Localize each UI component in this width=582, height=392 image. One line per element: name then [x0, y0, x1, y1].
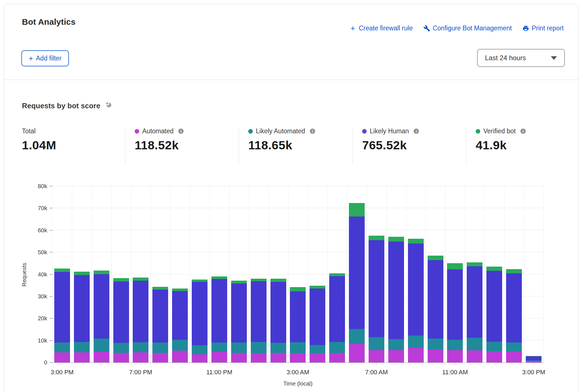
y-tick-label: 0 [25, 359, 47, 366]
bar-segment-verified-bot [349, 203, 365, 217]
configure-bot-management-link[interactable]: Configure Bot Management [423, 24, 512, 32]
bot-analytics-card: Bot Analytics Create firewall rule Confi… [4, 4, 579, 392]
y-tick-mark [50, 186, 52, 186]
bar-segment-likely-automated [152, 343, 168, 353]
bar-slot [190, 187, 209, 362]
info-icon[interactable]: i [414, 129, 419, 134]
stacked-bar [349, 203, 365, 362]
stacked-bar [369, 236, 384, 362]
bar-segment-automated [211, 352, 227, 362]
bar-slot [367, 187, 386, 362]
total-label: Total [22, 127, 36, 135]
bar-segment-likely-automated [369, 337, 384, 350]
bar-segment-automated [251, 353, 267, 362]
configure-bot-management-label: Configure Bot Management [433, 24, 512, 32]
y-tick-label: 70k [25, 205, 47, 211]
bar-segment-likely-human [447, 269, 463, 339]
bar-segment-verified-bot [506, 269, 522, 273]
bar-segment-likely-automated [388, 339, 404, 350]
bar-slot [209, 187, 229, 362]
y-tick-mark [50, 362, 52, 363]
likely-automated-value: 118.65k [248, 138, 315, 152]
bar-slot [327, 187, 347, 362]
stacked-bar [408, 239, 424, 362]
bar-slot [131, 187, 151, 362]
bar-segment-likely-human [369, 240, 384, 337]
bar-segment-likely-human [211, 279, 227, 343]
stat-divider [239, 128, 239, 165]
bar-segment-likely-automated [192, 345, 207, 354]
bar-segment-likely-human [231, 283, 247, 343]
likely-automated-label: Likely Automated [256, 127, 305, 135]
page-title: Bot Analytics [22, 17, 76, 27]
bar-segment-automated [467, 350, 482, 362]
info-icon[interactable]: i [520, 129, 526, 134]
stacked-bar [388, 237, 404, 362]
bar-segment-likely-human [349, 217, 365, 329]
stacked-bar [152, 287, 168, 362]
create-firewall-rule-link[interactable]: Create firewall rule [349, 24, 413, 32]
bar-segment-verified-bot [54, 269, 70, 272]
bar-segment-automated [526, 361, 542, 362]
bar-slot [229, 187, 249, 362]
y-tick-mark [50, 274, 52, 275]
bar-segment-verified-bot [369, 236, 384, 240]
bar-slot [504, 187, 524, 362]
bar-slot [386, 187, 406, 362]
bar-slot [288, 187, 308, 362]
x-tick-label: 7:00 AM [365, 369, 388, 376]
bar-segment-automated [486, 351, 502, 362]
stat-likely-human: Likely Human i 765.52k [362, 127, 419, 152]
info-icon[interactable]: i [310, 129, 315, 134]
y-tick-label: 80k [25, 183, 47, 189]
bar-segment-likely-human [428, 260, 443, 338]
print-report-link[interactable]: Print report [522, 24, 564, 32]
v-gridline [543, 187, 544, 362]
bar-segment-verified-bot [211, 276, 227, 279]
bar-segment-likely-human [526, 356, 542, 361]
stat-verified-bot: Verified bot i 41.9k [476, 127, 526, 152]
bar-slot [308, 187, 327, 362]
y-tick-label: 50k [25, 249, 47, 255]
bar-segment-likely-human [310, 289, 325, 345]
bar-segment-likely-human [113, 281, 129, 343]
add-filter-button[interactable]: + Add filter [21, 50, 69, 66]
bar-segment-likely-automated [270, 343, 286, 353]
bar-segment-verified-bot [152, 287, 168, 289]
y-tick-mark [50, 296, 52, 297]
stacked-bar [54, 269, 70, 362]
info-icon[interactable]: i [178, 129, 184, 134]
stacked-bar [486, 267, 502, 362]
likely-human-dot [362, 129, 367, 134]
x-tick-label: 11:00 AM [442, 369, 468, 376]
bar-segment-verified-bot [447, 263, 463, 270]
stacked-bar [94, 271, 109, 362]
bar-segment-verified-bot [251, 279, 267, 281]
x-tick-mark [376, 362, 377, 366]
bar-slot [426, 187, 445, 362]
section-heading-text: Requests by bot score [22, 102, 100, 110]
bar-slot [72, 187, 92, 362]
bar-slot [445, 187, 465, 362]
bar-segment-likely-automated [133, 342, 148, 352]
y-tick-mark [50, 208, 52, 208]
stacked-bar [310, 286, 325, 362]
automated-dot [135, 129, 139, 134]
time-range-dropdown[interactable]: Last 24 hours [477, 49, 565, 67]
total-value: 1.04M [22, 138, 56, 152]
bar-segment-automated [231, 353, 247, 362]
y-tick-label: 10k [25, 337, 47, 344]
bar-slot [269, 187, 288, 362]
bar-segment-likely-automated [447, 340, 463, 350]
bar-segment-automated [290, 353, 306, 362]
x-axis-title: Time (local) [283, 380, 313, 387]
x-tick-label: 3:00 PM [51, 369, 74, 376]
card-header: Bot Analytics Create firewall rule Confi… [4, 4, 578, 80]
stat-divider [353, 128, 353, 165]
bar-segment-likely-human [467, 266, 482, 338]
bar-segment-likely-automated [54, 343, 70, 352]
bar-segment-automated [152, 353, 168, 362]
y-tick-mark [50, 252, 52, 253]
stacked-bar [526, 356, 542, 362]
stat-total: Total 1.04M [22, 127, 56, 152]
